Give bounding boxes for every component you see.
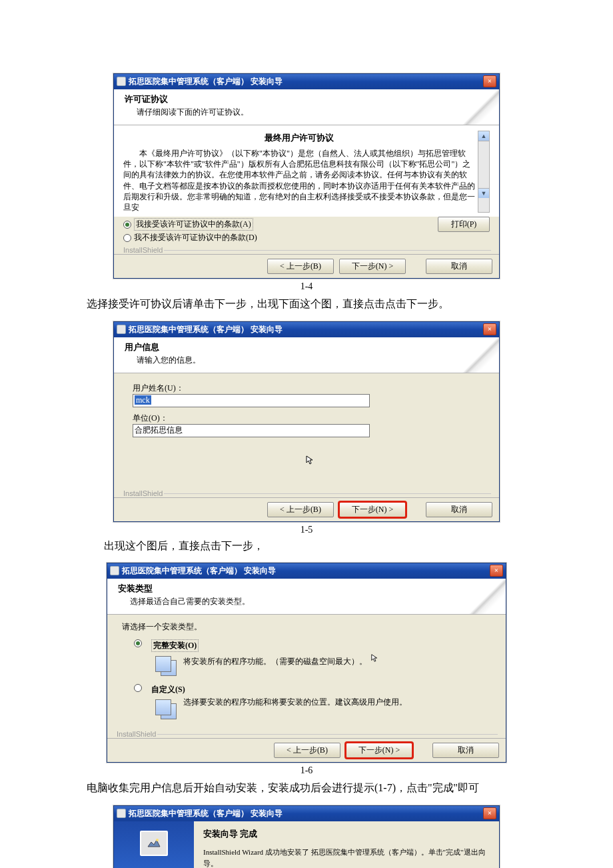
footer: < 上一步(B) 下一步(N) > 取消 (114, 497, 499, 521)
label-username: 用户姓名(U)： (133, 383, 488, 394)
footer: < 上一步(B) 下一步(N) > 取消 (107, 738, 506, 762)
radio-icon (134, 639, 142, 647)
window-title: 拓思医院集中管理系统（客户端） 安装向导 (129, 324, 283, 335)
installshield-label: InstallShield (114, 730, 156, 738)
app-icon (110, 566, 119, 575)
page-curl-decor (452, 89, 499, 125)
installshield-label: InstallShield (121, 489, 163, 497)
paragraph: 选择接受许可协议后请单击下一步，出现下面这个图，直接点击点击下一步。 (0, 296, 613, 312)
back-button[interactable]: < 上一步(B) (267, 259, 334, 274)
label-org: 单位(O)： (133, 413, 488, 424)
dialog-userinfo: 拓思医院集中管理系统（客户端） 安装向导 × 用户信息 请输入您的信息。 用户姓… (113, 321, 500, 522)
close-icon[interactable]: × (483, 807, 496, 819)
back-button[interactable]: < 上一步(B) (267, 502, 334, 517)
svg-point-0 (156, 839, 159, 841)
next-button[interactable]: 下一步(N) > (339, 502, 406, 517)
next-button[interactable]: 下一步(N) > (346, 743, 412, 758)
radio-decline[interactable]: 我不接受该许可证协议中的条款(D) (123, 232, 438, 243)
radio-icon (123, 221, 131, 229)
paragraph: 出现这个图后，直接点击下一步， (0, 539, 613, 553)
eula-heading: 最终用户许可协议 (123, 132, 475, 144)
close-icon[interactable]: × (483, 75, 496, 87)
header: 许可证协议 请仔细阅读下面的许可证协议。 (114, 89, 499, 125)
org-input[interactable]: 合肥拓思信息 (133, 424, 370, 437)
header-title: 许可证协议 (125, 93, 491, 105)
installshield-label: InstallShield (121, 246, 163, 254)
titlebar[interactable]: 拓思医院集中管理系统（客户端） 安装向导 × (114, 74, 499, 89)
username-input[interactable]: mck (133, 394, 370, 407)
scrollbar[interactable]: ▲ ▼ (478, 131, 490, 213)
cancel-button[interactable]: 取消 (432, 743, 499, 758)
figure-caption: 1-6 (0, 765, 613, 776)
box-icon (151, 697, 178, 721)
header-subtitle: 选择最适合自己需要的安装类型。 (130, 596, 498, 607)
header: 用户信息 请输入您的信息。 (114, 337, 499, 373)
option-custom[interactable]: 自定义(S) 选择要安装的程序功能和将要安装的位置。建议高级用户使用。 (134, 684, 495, 721)
next-button[interactable]: 下一步(N) > (339, 259, 406, 274)
header-title: 安装类型 (118, 583, 498, 595)
radio-icon (134, 684, 142, 692)
app-icon (117, 325, 126, 334)
titlebar[interactable]: 拓思医院集中管理系统（客户端） 安装向导 × (114, 806, 499, 821)
finish-title: 安装向导 完成 (203, 828, 490, 840)
figure-caption: 1-4 (0, 281, 613, 292)
finish-message: InstallShield Wizard 成功地安装了 拓思医院集中管理系统（客… (203, 847, 490, 868)
eula-text: 本《最终用户许可协议》（以下称"本协议"）是您（自然人、法人或其他组织）与拓思管… (123, 148, 475, 213)
finish-logo-icon (140, 831, 168, 856)
figure-caption: 1-5 (0, 525, 613, 535)
footer: < 上一步(B) 下一步(N) > 取消 (114, 254, 499, 278)
app-icon (117, 77, 126, 86)
titlebar[interactable]: 拓思医院集中管理系统（客户端） 安装向导 × (107, 563, 506, 579)
radio-accept[interactable]: 我接受该许可证协议中的条款(A) (123, 218, 438, 231)
back-button[interactable]: < 上一步(B) (274, 743, 340, 758)
close-icon[interactable]: × (490, 565, 503, 577)
close-icon[interactable]: × (483, 323, 496, 335)
radio-icon (123, 234, 131, 242)
option-full-label: 完整安装(O) (151, 639, 199, 652)
dialog-license: 拓思医院集中管理系统（客户端） 安装向导 × 许可证协议 请仔细阅读下面的许可证… (113, 73, 500, 279)
option-custom-desc: 选择要安装的程序功能和将要安装的位置。建议高级用户使用。 (183, 697, 407, 707)
window-title: 拓思医院集中管理系统（客户端） 安装向导 (129, 808, 283, 819)
page-curl-decor (452, 337, 499, 373)
paragraph: 电脑收集完用户信息后开始自动安装，安装成功后会进行提示(1-7)，点击"完成"即… (0, 780, 613, 796)
window-title: 拓思医院集中管理系统（客户端） 安装向导 (122, 565, 276, 577)
prompt-text: 请选择一个安装类型。 (122, 621, 495, 633)
page-curl-decor (459, 579, 506, 614)
header-subtitle: 请仔细阅读下面的许可证协议。 (137, 107, 491, 118)
dialog-finish: 拓思医院集中管理系统（客户端） 安装向导 × 安装向导 完成 InstallSh… (113, 805, 500, 868)
window-title: 拓思医院集中管理系统（客户端） 安装向导 (129, 76, 283, 87)
dialog-installtype: 拓思医院集中管理系统（客户端） 安装向导 × 安装类型 选择最适合自己需要的安装… (107, 563, 506, 763)
header-title: 用户信息 (125, 341, 491, 353)
option-full[interactable]: 完整安装(O) 将安装所有的程序功能。（需要的磁盘空间最大）。 (134, 639, 495, 677)
print-button[interactable]: 打印(P) (438, 217, 490, 232)
option-custom-label: 自定义(S) (151, 684, 495, 695)
scroll-down-icon[interactable]: ▼ (478, 188, 489, 198)
header: 安装类型 选择最适合自己需要的安装类型。 (107, 579, 506, 615)
cursor-icon (370, 653, 381, 664)
left-graphic-panel (114, 821, 194, 868)
cursor-icon (305, 455, 316, 465)
cancel-button[interactable]: 取消 (426, 259, 492, 274)
option-full-desc: 将安装所有的程序功能。（需要的磁盘空间最大）。 (183, 653, 381, 667)
scroll-up-icon[interactable]: ▲ (478, 131, 489, 141)
titlebar[interactable]: 拓思医院集中管理系统（客户端） 安装向导 × (114, 322, 499, 337)
radio-decline-label: 我不接受该许可证协议中的条款(D) (134, 232, 257, 243)
app-icon (117, 809, 126, 818)
header-subtitle: 请输入您的信息。 (137, 355, 491, 366)
radio-accept-label: 我接受该许可证协议中的条款(A) (134, 218, 253, 231)
box-icon (151, 653, 178, 677)
cancel-button[interactable]: 取消 (426, 502, 492, 517)
